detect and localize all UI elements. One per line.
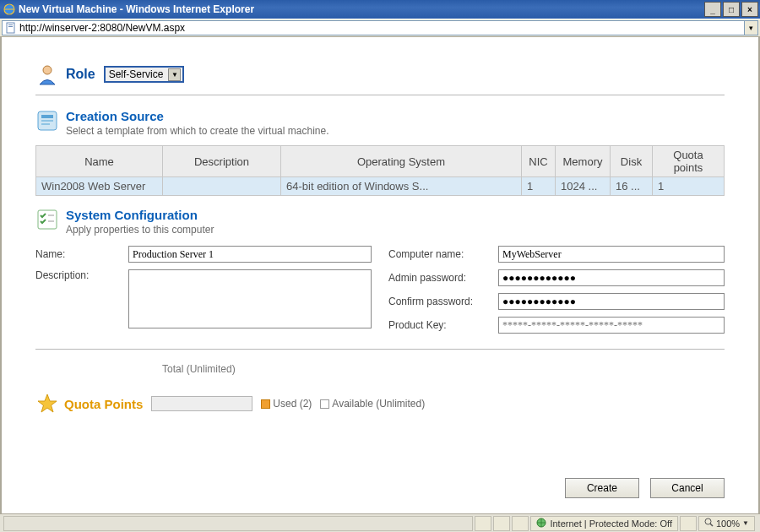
- cell-description: [163, 177, 281, 196]
- role-selected: Self-Service: [109, 68, 164, 80]
- role-label: Role: [66, 67, 95, 82]
- cancel-button[interactable]: Cancel: [650, 478, 725, 498]
- quota-used-label: Used (2): [273, 398, 312, 410]
- zoom-control[interactable]: 100% ▼: [698, 516, 755, 531]
- button-row: Create Cancel: [556, 478, 725, 498]
- svg-rect-1: [7, 23, 14, 33]
- zoom-text: 100%: [716, 518, 740, 529]
- admin-password-label: Admin password:: [388, 272, 498, 284]
- sysconfig-title: System Configuration: [66, 208, 214, 222]
- svg-rect-9: [38, 210, 57, 229]
- svg-rect-7: [41, 120, 53, 122]
- sysconfig-form: Name: Description: Computer name: Admin …: [35, 246, 725, 340]
- status-icon-4[interactable]: [680, 516, 697, 531]
- security-zone[interactable]: Internet | Protected Mode: Off: [530, 516, 678, 531]
- cell-nic: 1: [522, 177, 556, 196]
- chevron-down-icon: ▼: [168, 68, 181, 81]
- col-disk[interactable]: Disk: [611, 146, 653, 177]
- create-button[interactable]: Create: [565, 478, 639, 498]
- name-label: Name:: [35, 248, 128, 260]
- cell-name: Win2008 Web Server: [36, 177, 163, 196]
- svg-rect-8: [41, 123, 50, 125]
- close-button[interactable]: ×: [741, 2, 758, 17]
- status-icon-3[interactable]: [512, 516, 529, 531]
- name-input[interactable]: [128, 246, 372, 263]
- svg-rect-6: [41, 115, 53, 118]
- computer-name-input[interactable]: [498, 246, 725, 263]
- role-section: Role Self-Service ▼: [35, 62, 725, 86]
- col-description[interactable]: Description: [163, 146, 281, 177]
- url-field[interactable]: http://winserver-2:8080/NewVM.aspx: [2, 20, 745, 35]
- url-dropdown-button[interactable]: ▾: [745, 20, 758, 35]
- col-name[interactable]: Name: [36, 146, 163, 177]
- creation-source-header: Creation Source Select a template from w…: [35, 109, 725, 137]
- cell-disk: 16 ...: [611, 177, 653, 196]
- checklist-icon: [35, 208, 59, 231]
- confirm-password-input[interactable]: [498, 293, 725, 310]
- quota-section: Quota Points Used (2) Available (Unlimit…: [35, 392, 725, 415]
- description-label: Description:: [35, 269, 128, 281]
- quota-label: Quota Points: [64, 397, 143, 411]
- globe-icon: [536, 518, 546, 529]
- user-icon: [35, 62, 59, 86]
- svg-point-4: [43, 66, 52, 74]
- address-bar: http://winserver-2:8080/NewVM.aspx ▾: [0, 19, 760, 37]
- status-icon-1[interactable]: [475, 516, 491, 531]
- quota-bar: [151, 396, 252, 411]
- cell-memory: 1024 ...: [556, 177, 611, 196]
- used-swatch: [261, 399, 270, 409]
- status-spacer: [3, 516, 473, 531]
- maximize-button[interactable]: □: [723, 2, 740, 17]
- status-icon-2[interactable]: [493, 516, 510, 531]
- url-text: http://winserver-2:8080/NewVM.aspx: [19, 22, 185, 34]
- computer-name-label: Computer name:: [388, 248, 498, 260]
- creation-source-subtitle: Select a template from which to create t…: [66, 125, 328, 137]
- col-nic[interactable]: NIC: [522, 146, 556, 177]
- admin-password-input[interactable]: [498, 269, 725, 286]
- product-key-label: Product Key:: [388, 319, 498, 331]
- svg-point-13: [705, 518, 711, 524]
- window-title: New Virtual Machine - Windows Internet E…: [19, 3, 254, 15]
- product-key-input[interactable]: [498, 317, 725, 334]
- svg-line-14: [710, 524, 713, 526]
- divider: [35, 349, 725, 350]
- quota-available-label: Available (Unlimited): [332, 398, 425, 410]
- confirm-password-label: Confirm password:: [388, 296, 498, 307]
- page-viewport: Role Self-Service ▼ Creation Source Sele…: [0, 37, 760, 513]
- template-icon: [35, 109, 59, 133]
- svg-rect-3: [8, 26, 13, 27]
- sysconfig-subtitle: Apply properties to this computer: [66, 224, 214, 236]
- star-icon: [35, 392, 59, 415]
- description-input[interactable]: [128, 269, 372, 328]
- status-bar: Internet | Protected Mode: Off 100% ▼: [0, 513, 760, 532]
- divider: [35, 95, 725, 95]
- cell-quota: 1: [653, 177, 725, 196]
- role-select[interactable]: Self-Service ▼: [104, 66, 185, 83]
- creation-source-title: Creation Source: [66, 109, 328, 123]
- table-row[interactable]: Win2008 Web Server 64-bit edition of Win…: [36, 177, 725, 196]
- template-grid-header: Name Description Operating System NIC Me…: [36, 146, 725, 177]
- col-os[interactable]: Operating System: [281, 146, 522, 177]
- chevron-down-icon: ▼: [742, 519, 749, 527]
- col-memory[interactable]: Memory: [556, 146, 611, 177]
- quota-total-label: Total (Unlimited): [162, 363, 725, 375]
- minimize-button[interactable]: _: [704, 2, 721, 17]
- window-titlebar: New Virtual Machine - Windows Internet E…: [0, 0, 760, 19]
- available-swatch: [320, 399, 329, 409]
- security-zone-text: Internet | Protected Mode: Off: [550, 518, 672, 529]
- ie-icon: [3, 3, 15, 15]
- template-grid: Name Description Operating System NIC Me…: [35, 145, 725, 196]
- zoom-icon: [704, 518, 714, 529]
- col-quota[interactable]: Quota points: [653, 146, 725, 177]
- page-icon: [5, 22, 17, 34]
- sysconfig-header: System Configuration Apply properties to…: [35, 208, 725, 236]
- cell-os: 64-bit edition of Windows S...: [281, 177, 522, 196]
- svg-rect-2: [8, 24, 13, 25]
